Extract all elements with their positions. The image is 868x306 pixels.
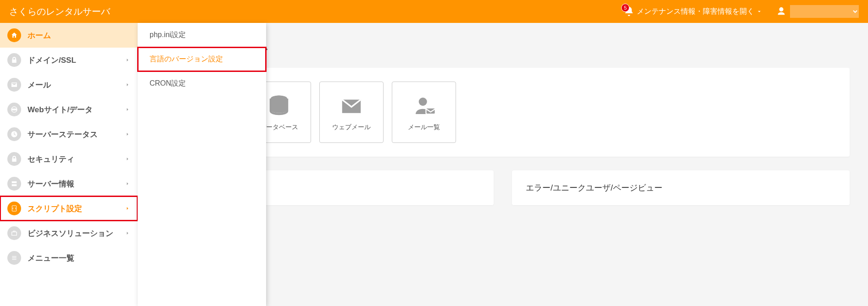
sidebar-item-website-data[interactable]: Webサイト/データ bbox=[0, 97, 138, 122]
svg-point-3 bbox=[419, 98, 427, 106]
user-menu[interactable] bbox=[776, 5, 859, 18]
sidebar-item-label: サーバーステータス bbox=[28, 129, 118, 140]
sidebar-item-server-info[interactable]: サーバー情報 bbox=[0, 171, 138, 196]
sidebar-item-mail[interactable]: メール bbox=[0, 72, 138, 97]
quick-webmail[interactable]: ウェブメール bbox=[319, 82, 384, 143]
maintenance-link-label: メンテナンス情報・障害情報を開く bbox=[637, 7, 754, 16]
sidebar-item-label: メール bbox=[28, 80, 118, 90]
submenu-item-label: CRON設定 bbox=[150, 79, 186, 87]
right-panel: エラー/ユニークユーザ/ページビュー bbox=[512, 170, 850, 205]
chevron-right-icon bbox=[125, 107, 130, 112]
sidebar-item-label: サーバー情報 bbox=[28, 179, 118, 189]
sidebar-item-label: セキュリティ bbox=[28, 154, 118, 164]
top-header: さくらのレンタルサーバ 5 メンテナンス情報・障害情報を開く bbox=[0, 0, 868, 23]
brand-title: さくらのレンタルサーバ bbox=[9, 5, 110, 18]
user-icon bbox=[776, 6, 786, 16]
submenu-item-language-version[interactable]: 言語のバージョン設定 bbox=[138, 47, 266, 71]
submenu: php.ini設定 言語のバージョン設定 CRON設定 bbox=[138, 23, 266, 306]
quick-action-label: ウェブメール bbox=[332, 123, 371, 131]
header-right: 5 メンテナンス情報・障害情報を開く bbox=[623, 5, 859, 18]
sidebar-item-server-status[interactable]: サーバーステータス bbox=[0, 122, 138, 147]
chevron-right-icon bbox=[125, 156, 130, 162]
chevron-right-icon bbox=[125, 82, 130, 87]
sidebar-item-script-settings[interactable]: スクリプト設定 bbox=[0, 196, 138, 221]
list-icon bbox=[7, 251, 21, 265]
sidebar-item-home[interactable]: ホーム bbox=[0, 23, 138, 48]
sidebar-item-label: ビジネスソリューション bbox=[28, 228, 118, 239]
sidebar-item-label: スクリプト設定 bbox=[28, 203, 118, 214]
sidebar-item-label: ドメイン/SSL bbox=[28, 55, 118, 66]
quick-mail-list[interactable]: メール一覧 bbox=[392, 82, 456, 143]
sidebar-item-business-solution[interactable]: ビジネスソリューション bbox=[0, 221, 138, 246]
chevron-right-icon bbox=[125, 230, 130, 236]
svg-rect-4 bbox=[426, 108, 435, 114]
globe-icon bbox=[7, 103, 21, 116]
sidebar-item-domain-ssl[interactable]: ドメイン/SSL bbox=[0, 48, 138, 72]
chevron-right-icon bbox=[125, 131, 130, 137]
maintenance-link[interactable]: メンテナンス情報・障害情報を開く bbox=[637, 7, 762, 16]
submenu-item-label: 言語のバージョン設定 bbox=[150, 55, 223, 63]
right-panel-title: エラー/ユニークユーザ/ページビュー bbox=[526, 182, 836, 193]
home-icon bbox=[7, 28, 21, 42]
chevron-right-icon bbox=[125, 57, 130, 63]
lock-icon bbox=[7, 53, 21, 67]
sidebar-item-label: メニュー一覧 bbox=[28, 253, 130, 263]
layout: ホーム ドメイン/SSL メール Webサイト/データ サーバーステータス セキ… bbox=[0, 23, 868, 306]
code-icon bbox=[7, 202, 21, 215]
notification-bell[interactable]: 5 bbox=[623, 6, 634, 17]
envelope-icon bbox=[339, 93, 364, 118]
submenu-item-label: php.ini設定 bbox=[150, 31, 186, 38]
submenu-item-php-ini[interactable]: php.ini設定 bbox=[138, 23, 266, 47]
submenu-item-cron[interactable]: CRON設定 bbox=[138, 71, 266, 96]
chevron-right-icon bbox=[125, 181, 130, 186]
sidebar-item-menu-list[interactable]: メニュー一覧 bbox=[0, 246, 138, 270]
sidebar-item-label: ホーム bbox=[28, 30, 130, 41]
user-mail-icon bbox=[412, 93, 436, 118]
chart-icon bbox=[7, 127, 21, 141]
sidebar: ホーム ドメイン/SSL メール Webサイト/データ サーバーステータス セキ… bbox=[0, 23, 138, 306]
user-select[interactable] bbox=[790, 5, 859, 18]
shield-icon bbox=[7, 152, 21, 166]
chevron-down-icon bbox=[756, 8, 762, 15]
briefcase-icon bbox=[7, 226, 21, 240]
sidebar-item-label: Webサイト/データ bbox=[28, 104, 118, 115]
chevron-right-icon bbox=[125, 206, 130, 211]
notification-badge: 5 bbox=[621, 4, 629, 12]
sidebar-item-security[interactable]: セキュリティ bbox=[0, 147, 138, 171]
quick-actions-row: Pressトール データベース ウェブメール メール一覧 bbox=[174, 82, 831, 143]
quick-action-label: メール一覧 bbox=[408, 123, 440, 131]
database-icon bbox=[267, 93, 291, 118]
mail-icon bbox=[7, 78, 21, 92]
server-icon bbox=[7, 177, 21, 191]
